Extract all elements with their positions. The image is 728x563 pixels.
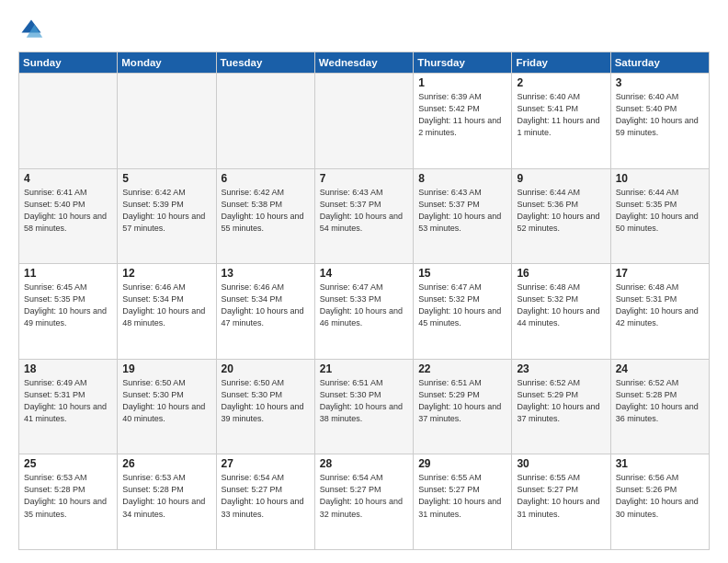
calendar-day-cell: 24 Sunrise: 6:52 AMSunset: 5:28 PMDaylig… [610, 359, 709, 454]
calendar-day-cell: 20 Sunrise: 6:50 AMSunset: 5:30 PMDaylig… [216, 359, 314, 454]
day-number: 31 [616, 457, 704, 470]
calendar-day-header: Monday [118, 52, 216, 74]
day-info: Sunrise: 6:54 AMSunset: 5:27 PMDaylight:… [320, 472, 408, 520]
calendar-day-cell: 25 Sunrise: 6:53 AMSunset: 5:28 PMDaylig… [19, 454, 118, 550]
day-number: 5 [122, 172, 210, 185]
calendar-day-cell: 22 Sunrise: 6:51 AMSunset: 5:29 PMDaylig… [414, 359, 512, 454]
day-info: Sunrise: 6:44 AMSunset: 5:36 PMDaylight:… [517, 187, 605, 235]
calendar-day-cell: 15 Sunrise: 6:47 AMSunset: 5:32 PMDaylig… [414, 264, 512, 360]
day-number: 3 [616, 76, 704, 89]
day-info: Sunrise: 6:42 AMSunset: 5:39 PMDaylight:… [122, 187, 210, 235]
day-info: Sunrise: 6:43 AMSunset: 5:37 PMDaylight:… [320, 187, 408, 235]
calendar-day-cell: 8 Sunrise: 6:43 AMSunset: 5:37 PMDayligh… [414, 168, 512, 264]
day-number: 26 [122, 457, 210, 470]
calendar-day-header: Friday [512, 52, 610, 74]
calendar-day-cell: 2 Sunrise: 6:40 AMSunset: 5:41 PMDayligh… [512, 74, 610, 169]
calendar-day-cell: 26 Sunrise: 6:53 AMSunset: 5:28 PMDaylig… [118, 454, 216, 550]
calendar-day-cell: 3 Sunrise: 6:40 AMSunset: 5:40 PMDayligh… [610, 74, 709, 169]
calendar-day-cell: 16 Sunrise: 6:48 AMSunset: 5:32 PMDaylig… [512, 264, 610, 360]
calendar-day-cell: 5 Sunrise: 6:42 AMSunset: 5:39 PMDayligh… [118, 168, 216, 264]
day-number: 7 [320, 172, 408, 185]
day-number: 23 [517, 362, 605, 375]
calendar-day-cell [216, 74, 314, 169]
calendar-day-cell: 7 Sunrise: 6:43 AMSunset: 5:37 PMDayligh… [314, 168, 413, 264]
day-number: 27 [222, 457, 310, 470]
calendar-day-cell [19, 74, 118, 169]
day-info: Sunrise: 6:48 AMSunset: 5:31 PMDaylight:… [616, 282, 704, 329]
day-number: 8 [418, 172, 506, 185]
calendar-day-cell: 6 Sunrise: 6:42 AMSunset: 5:38 PMDayligh… [216, 168, 314, 264]
calendar-table: SundayMondayTuesdayWednesdayThursdayFrid… [18, 52, 710, 550]
day-number: 2 [517, 76, 605, 89]
calendar-day-cell: 1 Sunrise: 6:39 AMSunset: 5:42 PMDayligh… [414, 74, 512, 169]
calendar-day-cell: 27 Sunrise: 6:54 AMSunset: 5:27 PMDaylig… [216, 454, 314, 550]
calendar-day-cell: 18 Sunrise: 6:49 AMSunset: 5:31 PMDaylig… [19, 359, 118, 454]
calendar-day-cell: 29 Sunrise: 6:55 AMSunset: 5:27 PMDaylig… [414, 454, 512, 550]
day-number: 19 [122, 362, 210, 375]
day-number: 25 [24, 457, 112, 470]
calendar-day-cell: 11 Sunrise: 6:45 AMSunset: 5:35 PMDaylig… [19, 264, 118, 360]
calendar-day-cell: 21 Sunrise: 6:51 AMSunset: 5:30 PMDaylig… [314, 359, 413, 454]
day-info: Sunrise: 6:40 AMSunset: 5:40 PMDaylight:… [616, 91, 704, 139]
day-number: 9 [517, 172, 605, 185]
day-number: 10 [616, 172, 704, 185]
day-info: Sunrise: 6:47 AMSunset: 5:33 PMDaylight:… [320, 282, 408, 329]
day-info: Sunrise: 6:41 AMSunset: 5:40 PMDaylight:… [24, 187, 112, 235]
calendar-week-row: 11 Sunrise: 6:45 AMSunset: 5:35 PMDaylig… [19, 264, 710, 360]
calendar-day-cell: 28 Sunrise: 6:54 AMSunset: 5:27 PMDaylig… [314, 454, 413, 550]
calendar-day-cell: 30 Sunrise: 6:55 AMSunset: 5:27 PMDaylig… [512, 454, 610, 550]
day-info: Sunrise: 6:55 AMSunset: 5:27 PMDaylight:… [418, 472, 506, 520]
calendar-day-cell: 13 Sunrise: 6:46 AMSunset: 5:34 PMDaylig… [216, 264, 314, 360]
calendar-day-cell: 17 Sunrise: 6:48 AMSunset: 5:31 PMDaylig… [610, 264, 709, 360]
day-info: Sunrise: 6:51 AMSunset: 5:30 PMDaylight:… [320, 377, 408, 425]
calendar-week-row: 4 Sunrise: 6:41 AMSunset: 5:40 PMDayligh… [19, 168, 710, 264]
day-info: Sunrise: 6:42 AMSunset: 5:38 PMDaylight:… [222, 187, 310, 235]
calendar-header-row: SundayMondayTuesdayWednesdayThursdayFrid… [19, 52, 710, 74]
day-info: Sunrise: 6:52 AMSunset: 5:28 PMDaylight:… [616, 377, 704, 425]
day-number: 13 [222, 267, 310, 280]
day-info: Sunrise: 6:39 AMSunset: 5:42 PMDaylight:… [418, 91, 506, 139]
logo [18, 17, 48, 42]
day-info: Sunrise: 6:50 AMSunset: 5:30 PMDaylight:… [122, 377, 210, 425]
calendar-week-row: 25 Sunrise: 6:53 AMSunset: 5:28 PMDaylig… [19, 454, 710, 550]
day-info: Sunrise: 6:49 AMSunset: 5:31 PMDaylight:… [24, 377, 112, 425]
day-info: Sunrise: 6:46 AMSunset: 5:34 PMDaylight:… [122, 282, 210, 329]
calendar-day-cell [314, 74, 413, 169]
day-number: 20 [222, 362, 310, 375]
day-number: 22 [418, 362, 506, 375]
calendar-day-header: Sunday [19, 52, 118, 74]
day-info: Sunrise: 6:52 AMSunset: 5:29 PMDaylight:… [517, 377, 605, 425]
calendar-day-header: Tuesday [216, 52, 314, 74]
day-info: Sunrise: 6:53 AMSunset: 5:28 PMDaylight:… [24, 472, 112, 520]
calendar-day-cell [118, 74, 216, 169]
day-info: Sunrise: 6:45 AMSunset: 5:35 PMDaylight:… [24, 282, 112, 329]
day-number: 21 [320, 362, 408, 375]
day-number: 17 [616, 267, 704, 280]
calendar-day-cell: 19 Sunrise: 6:50 AMSunset: 5:30 PMDaylig… [118, 359, 216, 454]
day-number: 28 [320, 457, 408, 470]
day-number: 6 [222, 172, 310, 185]
calendar-day-header: Saturday [610, 52, 709, 74]
calendar-day-cell: 31 Sunrise: 6:56 AMSunset: 5:26 PMDaylig… [610, 454, 709, 550]
day-number: 29 [418, 457, 506, 470]
day-number: 12 [122, 267, 210, 280]
calendar-day-cell: 10 Sunrise: 6:44 AMSunset: 5:35 PMDaylig… [610, 168, 709, 264]
day-info: Sunrise: 6:44 AMSunset: 5:35 PMDaylight:… [616, 187, 704, 235]
day-info: Sunrise: 6:40 AMSunset: 5:41 PMDaylight:… [517, 91, 605, 139]
calendar-week-row: 1 Sunrise: 6:39 AMSunset: 5:42 PMDayligh… [19, 74, 710, 169]
day-info: Sunrise: 6:46 AMSunset: 5:34 PMDaylight:… [222, 282, 310, 329]
day-number: 30 [517, 457, 605, 470]
calendar-day-cell: 14 Sunrise: 6:47 AMSunset: 5:33 PMDaylig… [314, 264, 413, 360]
day-number: 24 [616, 362, 704, 375]
day-info: Sunrise: 6:51 AMSunset: 5:29 PMDaylight:… [418, 377, 506, 425]
calendar-week-row: 18 Sunrise: 6:49 AMSunset: 5:31 PMDaylig… [19, 359, 710, 454]
day-number: 11 [24, 267, 112, 280]
calendar-day-cell: 9 Sunrise: 6:44 AMSunset: 5:36 PMDayligh… [512, 168, 610, 264]
day-info: Sunrise: 6:48 AMSunset: 5:32 PMDaylight:… [517, 282, 605, 329]
day-number: 4 [24, 172, 112, 185]
logo-icon [18, 17, 44, 42]
day-info: Sunrise: 6:53 AMSunset: 5:28 PMDaylight:… [122, 472, 210, 520]
calendar-day-cell: 23 Sunrise: 6:52 AMSunset: 5:29 PMDaylig… [512, 359, 610, 454]
calendar-day-header: Wednesday [314, 52, 413, 74]
page: SundayMondayTuesdayWednesdayThursdayFrid… [0, 0, 728, 563]
